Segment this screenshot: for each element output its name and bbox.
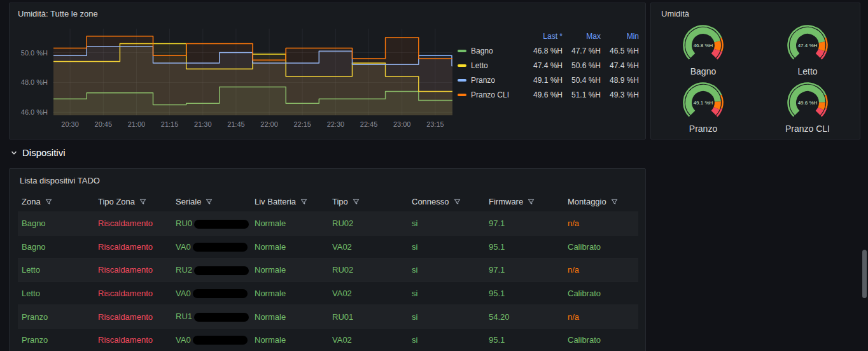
chart-legend: Last * Max Min Bagno46.8 %H47.7 %H46.5 %… [458, 29, 639, 102]
svg-text:22:45: 22:45 [360, 120, 378, 128]
legend-series-name[interactable]: Letto [471, 61, 488, 70]
gauge-label: Pranzo CLI [785, 124, 830, 134]
cell-firmware: 95.1 [485, 282, 564, 305]
cell-connesso: si [408, 259, 485, 282]
cell-tipo: RU02 [328, 212, 408, 236]
cell-firmware: 95.1 [485, 328, 564, 351]
gauge: 49.6 %HPranzo CLI [755, 81, 860, 138]
chart-body: 20:3020:4521:0021:1521:3021:4522:0022:15… [10, 22, 645, 132]
gauge-label: Bagno [690, 66, 716, 76]
filter-icon[interactable] [300, 197, 308, 206]
humidity-gauge-panel: Umidità 46.8 %HBagno47.4 %HLetto49.1 %HP… [650, 3, 860, 140]
gauge-value: 49.6 %H [798, 100, 818, 106]
gauge-arc: 47.4 %H [780, 24, 836, 66]
column-label: Liv Batteria [255, 197, 296, 206]
cell-seriale: VA0 [172, 282, 251, 305]
gauge: 49.1 %HPranzo [651, 81, 755, 138]
panel-title-humidity-chart[interactable]: Umidità: Tutte le zone [10, 3, 645, 22]
cell-seriale: VA0 [172, 235, 251, 259]
cell-liv-batteria: Normale [251, 328, 328, 351]
column-label: Connesso [412, 197, 449, 206]
serial-prefix: VA0 [176, 242, 191, 252]
legend-last-value: 47.4 %H [524, 61, 563, 70]
gauge-arc: 46.8 %H [675, 24, 731, 66]
redaction-blob [193, 336, 248, 345]
filter-icon[interactable] [352, 197, 360, 206]
serial-prefix: RU1 [176, 312, 192, 321]
cell-firmware: 97.1 [485, 259, 564, 282]
table-row: LettoRiscaldamentoRU2NormaleRU02si97.1n/… [18, 259, 638, 282]
gauge-arc: 49.1 %H [675, 81, 731, 123]
cell-tipo-zona: Riscaldamento [94, 235, 172, 259]
gauge-grid: 46.8 %HBagno47.4 %HLetto49.1 %HPranzo49.… [651, 22, 860, 138]
filter-icon[interactable] [205, 197, 213, 206]
column-header-montaggio[interactable]: Montaggio [564, 192, 638, 212]
redaction-blob [194, 313, 249, 322]
gauge: 47.4 %HLetto [755, 24, 860, 81]
serial-prefix: RU2 [176, 265, 192, 275]
legend-col-min[interactable]: Min [601, 32, 639, 41]
gauge: 46.8 %HBagno [651, 24, 755, 81]
redaction-blob [193, 289, 248, 298]
column-header-firmware[interactable]: Firmware [485, 192, 564, 212]
timeseries-chart: 20:3020:4521:0021:1521:3021:4522:0022:15… [13, 22, 458, 132]
panel-title-gauges[interactable]: Umidità [651, 3, 860, 22]
redaction-blob [193, 243, 248, 252]
filter-icon[interactable] [453, 197, 461, 206]
gauge-value: 49.1 %H [694, 100, 713, 106]
filter-icon[interactable] [527, 197, 535, 206]
column-label: Seriale [176, 197, 201, 206]
column-header-connesso[interactable]: Connesso [408, 192, 485, 212]
legend-series-name[interactable]: Pranzo CLI [471, 90, 509, 99]
legend-max-value: 47.7 %H [563, 47, 601, 55]
row-dispositivi[interactable]: Dispositivi [10, 147, 66, 158]
cell-montaggio: Calibrato [564, 328, 638, 351]
legend-header: Last * Max Min [458, 29, 639, 43]
gauge-value: 46.8 %H [694, 43, 713, 48]
series-color-swatch [458, 64, 466, 67]
scrollbar-thumb[interactable] [862, 250, 867, 298]
cell-tipo-zona: Riscaldamento [94, 212, 172, 236]
series-color-swatch [458, 79, 466, 82]
cell-liv-batteria: Normale [251, 259, 328, 282]
cell-zona: Bagno [18, 235, 94, 259]
legend-max-value: 50.6 %H [563, 61, 601, 70]
cell-tipo-zona: Riscaldamento [94, 282, 172, 305]
table-row: PranzoRiscaldamentoRU1NormaleRU01si54.20… [18, 305, 638, 329]
legend-series: Pranzo [458, 76, 524, 85]
legend-series-name[interactable]: Pranzo [471, 76, 495, 85]
redaction-blob [194, 266, 249, 275]
legend-last-value: 49.6 %H [524, 90, 563, 99]
device-table-panel: Lista dispositivi TADO ZonaTipo ZonaSeri… [9, 168, 646, 351]
cell-connesso: si [408, 282, 485, 305]
gauge-label: Letto [797, 66, 817, 76]
legend-series: Pranzo CLI [458, 90, 524, 99]
legend-series: Letto [458, 61, 524, 70]
cell-liv-batteria: Normale [251, 235, 328, 259]
filter-icon[interactable] [139, 197, 147, 206]
column-header-tipo-zona[interactable]: Tipo Zona [94, 192, 172, 212]
legend-series-name[interactable]: Bagno [471, 47, 493, 55]
cell-tipo: VA02 [328, 328, 408, 351]
panel-title-device-table[interactable]: Lista dispositivi TADO [10, 169, 645, 190]
legend-col-last[interactable]: Last * [524, 32, 563, 41]
column-header-seriale[interactable]: Seriale [172, 192, 251, 212]
cell-montaggio: n/a [564, 259, 638, 282]
column-header-tipo[interactable]: Tipo [328, 192, 408, 212]
cell-connesso: si [408, 212, 485, 236]
filter-icon[interactable] [610, 197, 619, 206]
column-label: Tipo [332, 197, 348, 206]
column-header-liv-batteria[interactable]: Liv Batteria [251, 192, 328, 212]
svg-text:22:15: 22:15 [293, 120, 311, 128]
svg-text:22:30: 22:30 [327, 120, 345, 128]
grafana-dashboard: Umidità: Tutte le zone 20:3020:4521:0021… [0, 0, 868, 351]
legend-col-max[interactable]: Max [563, 32, 601, 41]
filter-icon[interactable] [45, 197, 53, 206]
cell-tipo: VA02 [328, 282, 408, 305]
svg-text:46.0 %H: 46.0 %H [21, 108, 48, 116]
cell-tipo: RU01 [328, 305, 408, 329]
serial-prefix: VA0 [176, 335, 191, 345]
cell-seriale: RU0 [172, 212, 251, 236]
column-header-zona[interactable]: Zona [18, 192, 94, 212]
svg-text:22:00: 22:00 [260, 120, 278, 128]
